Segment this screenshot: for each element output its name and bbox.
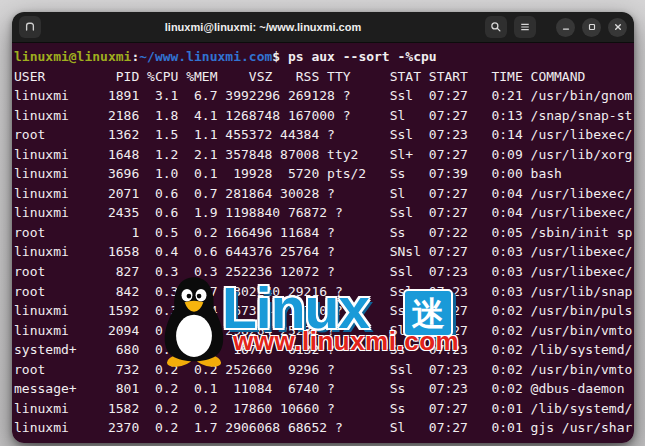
ps-row: systemd+ 680 0.2 0.2 16776 6132 ? Ss 07:… — [14, 340, 634, 360]
hamburger-menu-icon — [519, 21, 531, 33]
close-button[interactable] — [608, 18, 627, 37]
ps-row: linuxmi 1648 1.2 2.1 357848 87008 tty2 S… — [14, 145, 634, 165]
minimize-button[interactable] — [556, 18, 575, 37]
ps-row: linuxmi 2186 1.8 4.1 1268748 167000 ? Sl… — [14, 106, 634, 126]
titlebar[interactable]: linuxmi@linuxmi: ~/www.linuxmi.com — [12, 12, 634, 43]
ps-row: linuxmi 1658 0.4 0.6 644376 25764 ? SNsl… — [14, 242, 634, 262]
titlebar-controls — [485, 16, 627, 38]
prompt-line: linuxmi@linuxmi:~/www.linuxmi.com$ ps au… — [14, 47, 634, 67]
ps-row: message+ 801 0.2 0.1 11084 6740 ? Ss 07:… — [14, 379, 634, 399]
search-button[interactable] — [485, 16, 507, 38]
search-icon — [490, 21, 502, 33]
terminal-output: linuxmi@linuxmi:~/www.linuxmi.com$ ps au… — [14, 47, 634, 438]
ps-row: root 827 0.3 0.3 252236 12072 ? Ssl 07:2… — [14, 262, 634, 282]
ps-row: root 1 0.5 0.2 166496 11684 ? Ss 07:22 0… — [14, 223, 634, 243]
terminal-tab-icon-button[interactable] — [19, 16, 41, 38]
ps-row: linuxmi 3696 1.0 0.1 19928 5720 pts/2 Ss… — [14, 164, 634, 184]
minimize-icon — [561, 22, 571, 32]
ps-row: linuxmi 2370 0.2 1.7 2906068 68652 ? Sl … — [14, 418, 634, 438]
maximize-button[interactable] — [582, 18, 601, 37]
ps-row: linuxmi 1582 0.2 0.2 17860 10660 ? Ss 07… — [14, 399, 634, 419]
ps-row: root 732 0.2 0.2 252660 9296 ? Ssl 07:23… — [14, 360, 634, 380]
menu-button[interactable] — [514, 16, 536, 38]
ps-row: linuxmi 2071 0.6 0.7 281864 30028 ? Sl 0… — [14, 184, 634, 204]
ps-row: linuxmi 1891 3.1 6.7 3992296 269128 ? Ss… — [14, 86, 634, 106]
ps-row: root 1362 1.5 1.1 455372 44384 ? Ssl 07:… — [14, 125, 634, 145]
tab-icon — [24, 21, 36, 33]
ps-row: linuxmi 2094 0.2 0.6 298264 25232 ? Sl 0… — [14, 321, 634, 341]
maximize-icon — [587, 22, 597, 32]
window-title: linuxmi@linuxmi: ~/www.linuxmi.com — [41, 21, 485, 33]
terminal-window: linuxmi@linuxmi: ~/www.linuxmi.com — [12, 12, 634, 443]
ps-row: linuxmi 1592 0.3 0.4 1673144 16740 ? Ssl… — [14, 301, 634, 321]
ps-row: linuxmi 2435 0.6 1.9 1198840 76872 ? Ssl… — [14, 203, 634, 223]
close-icon — [613, 22, 623, 32]
terminal-viewport[interactable]: linuxmi@linuxmi:~/www.linuxmi.com$ ps au… — [12, 43, 634, 443]
ps-row: root 842 0.3 0.7 1302240 29216 ? Ssl 07:… — [14, 282, 634, 302]
ps-header-line: USER PID %CPU %MEM VSZ RSS TTY STAT STAR… — [14, 67, 634, 87]
